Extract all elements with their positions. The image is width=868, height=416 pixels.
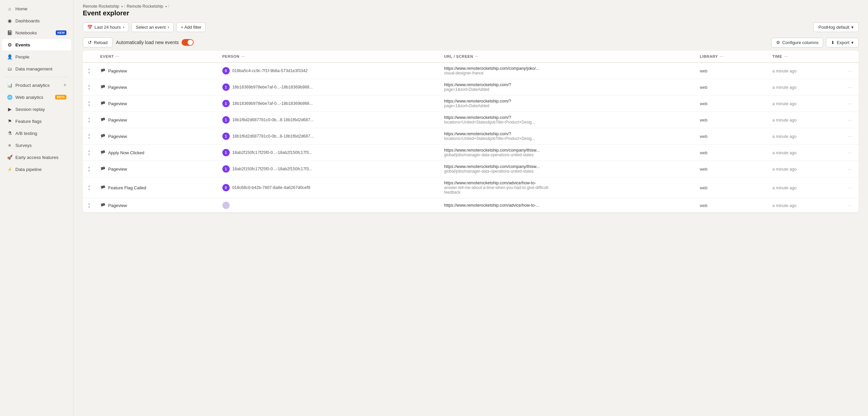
select-event-button[interactable]: Select an event ▾ (131, 22, 174, 32)
breadcrumb-link-1[interactable]: Remote Rocketship (83, 4, 119, 9)
sidebar-item-data-management[interactable]: 🗂Data management (2, 63, 71, 75)
row-more-7[interactable]: ··· (846, 184, 854, 191)
early-access-icon: 🚀 (7, 154, 13, 160)
row-more-3[interactable]: ··· (846, 117, 854, 123)
url-cell-4: https://www.remoterocketship.com/? locat… (444, 131, 551, 141)
page-header: Remote Rocketship ▾ / Remote Rocketship … (73, 0, 868, 19)
row-more-5[interactable]: ··· (846, 149, 854, 156)
event-name-3: Pageview (108, 118, 127, 122)
time-5: a minute ago (773, 151, 797, 155)
person-cell-3[interactable]: 1 18b1f6d2d687781c0-0b...8-18b1f6d2d687.… (222, 116, 435, 123)
export-button[interactable]: ⬇ Export ▾ (826, 38, 859, 48)
auto-load-toggle[interactable] (182, 39, 194, 46)
session-replay-icon: ▶ (7, 106, 13, 112)
person-cell-0[interactable]: 0 018ba5c4-cc9c-7f1f-9b8a-573d1e3f3342 (222, 67, 435, 75)
row-more-4[interactable]: ··· (846, 133, 854, 140)
th-url-more[interactable]: ··· (475, 54, 479, 59)
row-expand-2[interactable]: ▲▼ (88, 100, 91, 107)
th-url: URL / SCREEN ··· (439, 51, 695, 62)
row-expand-4[interactable]: ▲▼ (88, 132, 91, 140)
url-line1-8: https://www.remoterocketship.com/advice/… (444, 203, 551, 208)
person-avatar-3: 1 (222, 116, 230, 123)
sidebar-item-web-analytics[interactable]: 🌐Web analyticsBETA (2, 91, 71, 103)
reload-icon: ↺ (88, 40, 92, 45)
th-person-more[interactable]: ··· (241, 54, 245, 59)
sidebar-label-web-analytics: Web analytics (16, 95, 53, 100)
person-id-2: 18b18369b978ebe7af-0...-18b18369b988... (232, 101, 313, 106)
notebooks-icon: 📓 (7, 30, 13, 36)
url-line2-6: global/jobs/manager-data-operations-unit… (444, 169, 551, 174)
sidebar-label-people: People (16, 54, 66, 59)
data-management-icon: 🗂 (7, 66, 13, 72)
library-0: web (700, 69, 707, 73)
th-library: LIBRARY ··· (695, 51, 768, 62)
url-line2-4: locations=United+States&jobTitle=Product… (444, 136, 551, 141)
event-cell-1: 🏴 Pageview (100, 85, 213, 90)
person-cell-4[interactable]: 1 18b1f6d2d687781c0-0b...8-18b1f6d2d687.… (222, 132, 435, 140)
person-cell-7[interactable]: 0 018c68c0-b42b-7807-8a8e-4a6267d0cef9 (222, 184, 435, 191)
time-range-label: Last 24 hours (94, 25, 121, 30)
time-8: a minute ago (773, 203, 797, 208)
data-pipeline-icon: ⚡ (7, 166, 13, 172)
th-library-more[interactable]: ··· (720, 54, 724, 59)
time-1: a minute ago (773, 85, 797, 90)
row-more-2[interactable]: ··· (846, 100, 854, 107)
sidebar-label-dashboards: Dashboards (16, 18, 66, 23)
row-expand-8[interactable]: ▲▼ (88, 202, 91, 209)
person-cell-5[interactable]: 1 18ab2f150fc17f25f0-0...-18ab2f150fc17f… (222, 149, 435, 156)
auto-load-label: Automatically load new events (116, 40, 179, 45)
person-cell-6[interactable]: 1 18ab2f150fc17f25f0-0...-18ab2f150fc17f… (222, 165, 435, 173)
event-cell-0: 🏴 Pageview (100, 68, 213, 73)
th-expand (83, 51, 95, 62)
sidebar-item-session-replay[interactable]: ▶Session replay (2, 103, 71, 115)
row-more-6[interactable]: ··· (846, 166, 854, 172)
row-expand-3[interactable]: ▲▼ (88, 116, 91, 123)
add-filter-button[interactable]: + Add filter (176, 22, 206, 32)
table-row: ▲▼ 🏴 Pageview https://www.remoterocketsh… (83, 198, 859, 213)
time-4: a minute ago (773, 134, 797, 139)
sidebar-item-home[interactable]: ⌂Home (2, 3, 71, 14)
sidebar-item-dashboards[interactable]: ◉Dashboards (2, 15, 71, 26)
sidebar-item-people[interactable]: 👤People (2, 51, 71, 62)
table-row: ▲▼ 🏴 Pageview 0 018ba5c4-cc9c-7f1f-9b8a-… (83, 62, 859, 79)
sidebar-label-product-analytics: Product analytics (16, 83, 61, 88)
sidebar-item-product-analytics[interactable]: 📊Product analytics+ (2, 80, 71, 91)
row-more-1[interactable]: ··· (846, 84, 854, 90)
sidebar-item-notebooks[interactable]: 📓NotebooksNEW (2, 27, 71, 38)
table-row: ▲▼ 🏴 Apply Now Clicked 1 18ab2f150fc17f2… (83, 145, 859, 161)
posthog-default-button[interactable]: PostHog default ▾ (813, 22, 859, 32)
row-expand-5[interactable]: ▲▼ (88, 149, 91, 156)
time-6: a minute ago (773, 167, 797, 172)
reload-label: Reload (94, 40, 107, 45)
badge-new-notebooks: NEW (56, 30, 66, 35)
person-cell-2[interactable]: 1 18b18369b978ebe7af-0...-18b18369b988..… (222, 100, 435, 107)
person-cell-1[interactable]: 1 18b18369b978ebe7af-0...-18b18369b988..… (222, 84, 435, 91)
sidebar-item-surveys[interactable]: ≡Surveys (2, 140, 71, 151)
row-more-8[interactable]: ··· (846, 202, 854, 209)
toolbar-right: PostHog default ▾ (813, 22, 859, 32)
time-0: a minute ago (773, 69, 797, 73)
th-event-label: EVENT (100, 54, 114, 58)
table-header: EVENT ··· PERSON ··· URL / SCREEN (83, 51, 859, 62)
row-expand-6[interactable]: ▲▼ (88, 165, 91, 173)
row-more-0[interactable]: ··· (846, 67, 854, 74)
sidebar-item-ab-testing[interactable]: ⚗A/B testing (2, 127, 71, 139)
row-expand-7[interactable]: ▲▼ (88, 184, 91, 191)
breadcrumb-link-2[interactable]: Remote Rocketship (127, 4, 163, 9)
events-icon: ⊙ (7, 42, 13, 48)
row-expand-1[interactable]: ▲▼ (88, 84, 91, 91)
row-expand-0[interactable]: ▲▼ (88, 67, 91, 75)
time-range-button[interactable]: 📅 Last 24 hours ▾ (83, 22, 129, 32)
configure-columns-button[interactable]: ⚙ Configure columns (771, 38, 823, 48)
th-event-more[interactable]: ··· (116, 54, 120, 59)
web-analytics-icon: 🌐 (7, 94, 13, 100)
sidebar-item-data-pipeline[interactable]: ⚡Data pipeline (2, 164, 71, 175)
product-analytics-add[interactable]: + (63, 82, 66, 88)
sidebar-item-feature-flags[interactable]: ⚑Feature flags (2, 116, 71, 127)
sidebar-item-events[interactable]: ⊙Events (2, 39, 71, 51)
th-time-more[interactable]: ··· (784, 54, 788, 59)
reload-button[interactable]: ↺ Reload (83, 37, 113, 48)
sidebar-item-early-access[interactable]: 🚀Early access features (2, 152, 71, 163)
event-name-1: Pageview (108, 85, 127, 90)
sidebar-label-data-pipeline: Data pipeline (16, 167, 66, 172)
